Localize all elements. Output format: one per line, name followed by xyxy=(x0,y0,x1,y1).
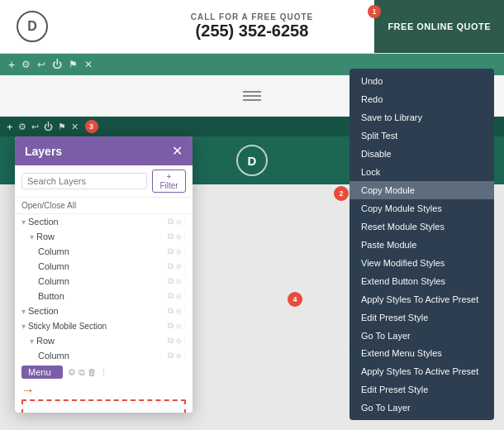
header-contact: CALL FOR A FREE QUOTE (255) 352-6258 xyxy=(191,12,313,41)
inner-add-icon[interactable]: + xyxy=(7,121,13,133)
inner-power-icon[interactable]: ⏻ xyxy=(44,122,53,131)
header-logo: D xyxy=(17,11,48,42)
close-icon[interactable]: ✕ xyxy=(84,59,93,70)
layer-item[interactable]: ▾ Row ⧉ ⊕ ⋮ xyxy=(15,333,193,348)
ctx1-view-modified[interactable]: View Modified Styles xyxy=(349,254,494,272)
inner-undo-icon[interactable]: ↩ xyxy=(31,122,39,132)
inner-settings-icon[interactable]: ⚙ xyxy=(18,122,26,132)
layer-item[interactable]: Column ⧉ ⊕ ⋮ xyxy=(15,244,193,259)
menu-tag: Menu xyxy=(21,366,63,379)
ctx1-edit-preset[interactable]: Edit Preset Style xyxy=(349,308,494,327)
open-close-all[interactable]: Open/Close All xyxy=(15,198,193,214)
ctx1-lock[interactable]: Lock xyxy=(349,163,494,181)
layers-search-row: + Filter xyxy=(15,165,193,198)
badge-3: 3 xyxy=(85,120,98,133)
ctx2-apply[interactable]: Apply Styles To Active Preset xyxy=(349,362,494,380)
layers-close-btn[interactable]: ✕ xyxy=(172,143,183,159)
ctx1-split[interactable]: Split Test xyxy=(349,127,494,145)
ctx1-extend[interactable]: Extend Button Styles xyxy=(349,272,494,290)
layers-title: Layers xyxy=(25,145,62,158)
ctx1-apply[interactable]: Apply Styles To Active Preset xyxy=(349,290,494,308)
layer-item[interactable]: Button ⧉ ⊕ ⋮ xyxy=(15,289,193,303)
layer-item[interactable]: Column ⧉ ⊕ ⋮ xyxy=(15,259,193,274)
layer-item-menu[interactable]: Menu ⚙ ⧉ 🗑 ⋮ xyxy=(15,363,193,381)
badge-4: 4 xyxy=(288,292,302,307)
ctx2-edit-preset[interactable]: Edit Preset Style xyxy=(349,380,494,399)
inner-close-icon[interactable]: ✕ xyxy=(71,122,78,132)
ctx1-undo[interactable]: Undo xyxy=(349,72,494,90)
ctx1-redo[interactable]: Redo xyxy=(349,90,494,108)
badge-2: 2 xyxy=(334,186,349,201)
layer-item[interactable]: ▾ Section ⧉ ⊕ ⋮ xyxy=(15,214,193,229)
layer-arrow-row: → xyxy=(15,381,193,399)
dashed-target xyxy=(21,399,186,413)
ctx1-go-to-layer[interactable]: Go To Layer xyxy=(349,327,494,345)
main-container: + ⚙ ↩ ⏻ ⚑ ✕ + ⚙ ↩ ⏻ ⚑ ✕ 3 D La xyxy=(0,54,504,430)
ctx1-reset-styles[interactable]: Reset Module Styles xyxy=(349,217,494,236)
flag-icon[interactable]: ⚑ xyxy=(69,59,78,70)
layer-item[interactable]: ▾ Row ⧉ ⊕ ⋮ xyxy=(15,229,193,244)
section-logo: D xyxy=(236,145,268,176)
ctx1-paste[interactable]: Paste Module xyxy=(349,236,494,254)
add-icon[interactable]: + xyxy=(8,58,15,71)
ctx2-go-to-layer[interactable]: Go To Layer xyxy=(349,399,494,417)
undo-icon[interactable]: ↩ xyxy=(37,59,45,70)
hamburger-menu[interactable] xyxy=(243,91,261,101)
layer-item[interactable]: Column ⧉ ⊕ ⋮ xyxy=(15,274,193,289)
ctx1-copy-styles[interactable]: Copy Module Styles xyxy=(349,199,494,217)
arrow-icon: → xyxy=(21,383,35,398)
layers-panel: Layers ✕ + Filter Open/Close All ▾ Secti… xyxy=(15,136,193,413)
layers-list: ▾ Section ⧉ ⊕ ⋮ ▾ Row ⧉ ⊕ ⋮ Column ⧉ ⊕ ⋮… xyxy=(15,214,193,413)
power-icon[interactable]: ⏻ xyxy=(52,59,62,70)
cta-button[interactable]: 1 FREE ONLINE QUOTE xyxy=(374,0,504,53)
header: D CALL FOR A FREE QUOTE (255) 352-6258 1… xyxy=(0,0,504,54)
ctx1-save[interactable]: Save to Library xyxy=(349,108,494,127)
layers-header: Layers ✕ xyxy=(15,136,193,165)
layer-item[interactable]: ▾ Sticky Mobile Section ⧉ ⊕ ⋮ xyxy=(15,318,193,333)
filter-button[interactable]: + Filter xyxy=(152,170,186,193)
context-menu-1: Undo Redo Save to Library Split Test Dis… xyxy=(349,69,494,348)
ctx1-disable[interactable]: Disable xyxy=(349,145,494,163)
call-label: CALL FOR A FREE QUOTE xyxy=(191,12,313,22)
phone-number: (255) 352-6258 xyxy=(191,22,313,41)
layer-item[interactable]: Column ⧉ ⊕ ⋮ xyxy=(15,348,193,363)
ctx1-copy-module[interactable]: Copy Module xyxy=(349,181,494,199)
badge-1: 1 xyxy=(368,5,381,18)
inner-flag-icon[interactable]: ⚑ xyxy=(58,122,66,132)
layers-search-input[interactable] xyxy=(21,173,147,189)
layer-item[interactable]: ▾ Section ⧉ ⊕ ⋮ xyxy=(15,303,193,318)
settings-icon[interactable]: ⚙ xyxy=(21,59,31,70)
